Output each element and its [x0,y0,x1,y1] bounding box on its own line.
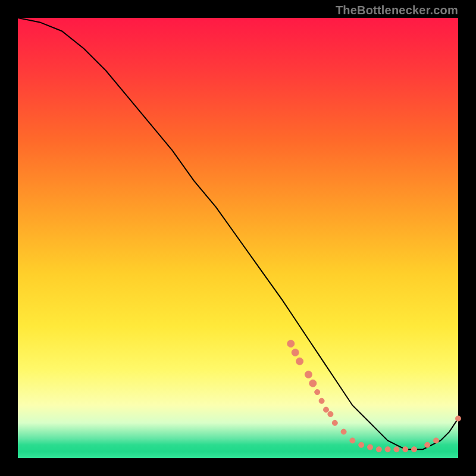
data-point-marker [434,438,439,443]
series-markers [287,340,461,452]
series-line [18,18,458,449]
data-point-marker [341,429,346,434]
data-point-marker [315,390,320,395]
data-point-marker [324,407,329,412]
data-point-marker [328,412,333,417]
chart-svg [18,18,458,458]
plot-gradient-background [18,18,458,458]
data-point-marker [350,438,355,443]
data-point-marker [456,416,461,421]
data-point-marker [394,447,399,452]
data-point-marker [319,398,324,403]
data-point-marker [385,447,390,452]
data-point-marker [376,447,381,452]
chart-frame: TheBottlenecker.com [0,0,476,476]
data-point-marker [332,420,337,425]
attribution-text: TheBottlenecker.com [336,4,458,17]
data-point-marker [403,447,408,452]
data-point-marker [292,349,299,356]
data-point-marker [309,380,317,387]
data-point-marker [412,447,417,452]
data-point-marker [425,442,430,447]
data-point-marker [359,442,364,447]
data-point-marker [305,371,312,378]
data-point-marker [287,340,295,347]
data-point-marker [368,444,373,450]
data-point-marker [296,358,303,365]
